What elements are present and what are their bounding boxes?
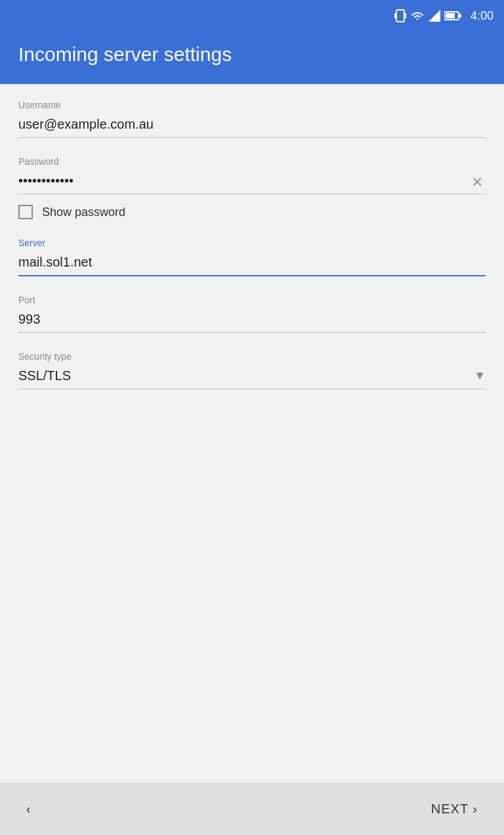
security-type-field-group: Security type SSL/TLS ▼: [18, 351, 486, 389]
server-field-group: Server: [18, 238, 486, 276]
show-password-label: Show password: [42, 205, 125, 219]
svg-rect-0: [396, 10, 404, 22]
form-content: Username Password ✕ Show password Server…: [0, 84, 504, 782]
show-password-row: Show password: [18, 205, 486, 219]
next-button[interactable]: NEXT ›: [423, 796, 486, 822]
server-input[interactable]: [18, 252, 486, 276]
show-password-checkbox[interactable]: [18, 205, 33, 219]
port-input[interactable]: [18, 309, 486, 333]
security-type-dropdown[interactable]: SSL/TLS ▼: [18, 366, 486, 389]
bottom-nav: ‹ NEXT ›: [0, 782, 504, 835]
clear-password-icon[interactable]: ✕: [469, 171, 486, 194]
next-label: NEXT ›: [431, 802, 478, 816]
page-title: Incoming server settings: [18, 43, 486, 66]
password-input[interactable]: [18, 171, 486, 194]
back-icon: ‹: [26, 802, 32, 816]
password-label: Password: [18, 156, 486, 167]
svg-rect-2: [405, 13, 406, 18]
signal-icon: [429, 10, 440, 22]
port-label: Port: [18, 295, 486, 305]
username-input[interactable]: [18, 114, 486, 138]
password-field-group: Password ✕ Show password: [18, 156, 486, 219]
password-wrapper: ✕: [18, 171, 486, 194]
username-field-group: Username: [18, 100, 486, 138]
status-icons: [394, 9, 461, 23]
svg-rect-6: [459, 14, 461, 18]
back-button[interactable]: ‹: [18, 796, 39, 822]
security-type-value: SSL/TLS: [18, 368, 71, 383]
page-header: Incoming server settings: [0, 32, 504, 84]
svg-marker-3: [429, 10, 440, 22]
chevron-down-icon: ▼: [474, 369, 486, 383]
status-bar: 4:00: [0, 0, 504, 32]
port-field-group: Port: [18, 295, 486, 333]
battery-icon: [444, 11, 461, 20]
security-type-label: Security type: [18, 351, 486, 362]
status-time: 4:00: [471, 9, 494, 23]
wifi-icon: [410, 11, 425, 21]
svg-rect-5: [446, 13, 455, 18]
vibrate-icon: [394, 9, 406, 23]
username-label: Username: [18, 100, 486, 110]
svg-rect-1: [394, 13, 396, 18]
server-label: Server: [18, 238, 486, 248]
